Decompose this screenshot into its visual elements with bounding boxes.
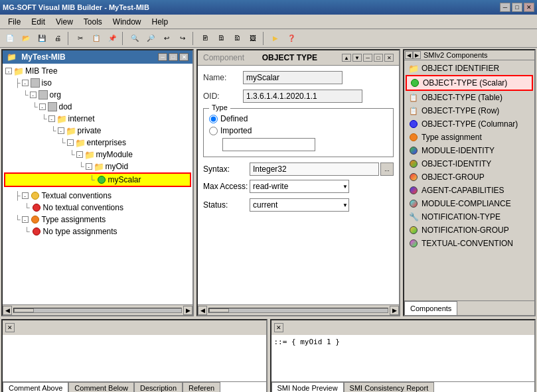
editor-close[interactable]: ✕ — [384, 54, 394, 62]
comp-module-compliance[interactable]: MODULE-COMPLIANCE — [406, 197, 533, 210]
tab-reference[interactable]: Referen — [183, 382, 220, 392]
radio-imported[interactable] — [209, 127, 218, 135]
toolbar-cut[interactable]: ✂ — [73, 31, 88, 46]
menu-edit[interactable]: Edit — [26, 16, 50, 28]
expand-textconv[interactable]: - — [22, 192, 29, 199]
comp-textual-convention[interactable]: TEXTUAL-CONVENTION — [406, 237, 533, 250]
syntax-input[interactable] — [250, 163, 379, 176]
bottom-left-close[interactable]: ✕ — [5, 323, 15, 332]
name-input[interactable] — [243, 71, 343, 84]
comp-object-identity[interactable]: OBJECT-IDENTITY — [406, 157, 533, 170]
close-button[interactable]: ✕ — [524, 3, 534, 12]
comp-object-identifier[interactable]: 📁 OBJECT IDENTIFIER — [406, 62, 533, 75]
toolbar-new[interactable]: 📄 — [3, 31, 17, 46]
tree-item-dod[interactable]: └ - dod — [4, 101, 191, 113]
mib-panel-close[interactable]: ✕ — [179, 53, 189, 61]
toolbar-redo[interactable]: ↪ — [175, 31, 190, 46]
editor-maximize[interactable]: □ — [374, 54, 383, 62]
tab-smi-node-preview[interactable]: SMI Node Preview — [271, 382, 344, 392]
tree-item-mymodule[interactable]: └ - 📁 myModule — [4, 149, 191, 161]
tab-smi-consistency[interactable]: SMI Consistency Report — [344, 382, 435, 392]
toolbar-btn4[interactable]: 🖨 — [50, 31, 65, 46]
tree-item-textconv[interactable]: ├ - Textual conventions — [4, 190, 191, 202]
comp-notification-type[interactable]: 🔧 NOTIFICATION-TYPE — [406, 210, 533, 224]
minimize-button[interactable]: ─ — [500, 3, 510, 12]
expand-mib-tree[interactable]: - — [5, 68, 12, 74]
toolbar-btn5[interactable]: 🔎 — [143, 31, 158, 46]
editor-scroll-up[interactable]: ▲ — [342, 54, 351, 62]
toolbar-find[interactable]: 🔍 — [127, 31, 142, 46]
right-panel-back[interactable]: ◀ — [405, 51, 413, 59]
comp-object-type-scalar[interactable]: OBJECT-TYPE (Scalar) — [406, 75, 533, 91]
expand-internet[interactable]: - — [48, 115, 55, 122]
editor-scroll-down[interactable]: ▼ — [352, 54, 362, 62]
tree-item-mib-tree[interactable]: - 📁 MIB Tree — [4, 65, 191, 77]
tree-scroll-track[interactable] — [13, 308, 182, 313]
menu-file[interactable]: File — [3, 16, 26, 28]
editor-scroll-track[interactable] — [208, 308, 388, 313]
mib-panel-min[interactable]: ─ — [158, 53, 167, 61]
status-select[interactable]: current deprecated obsolete — [250, 198, 349, 212]
tree-item-internet[interactable]: └ - 📁 internet — [4, 113, 191, 125]
expand-dod[interactable]: - — [39, 103, 46, 110]
maxaccess-select[interactable]: read-write read-only not-accessible acce… — [250, 180, 349, 193]
comp-agent-capabilities[interactable]: AGENT-CAPABILITIES — [406, 184, 533, 197]
comp-module-identity[interactable]: MODULE-IDENTITY — [406, 144, 533, 157]
mib-tree-area[interactable]: - 📁 MIB Tree ├ - iso └ - org └ - — [3, 64, 192, 304]
tree-item-myoid[interactable]: └ - 📁 myOid — [4, 161, 191, 172]
tree-item-myscalar[interactable]: └ myScalar — [4, 172, 191, 187]
mib-panel-max[interactable]: □ — [169, 53, 178, 61]
tree-item-iso[interactable]: ├ - iso — [4, 77, 191, 89]
comp-notification-group[interactable]: NOTIFICATION-GROUP — [406, 224, 533, 237]
components-list[interactable]: 📁 OBJECT IDENTIFIER OBJECT-TYPE (Scalar)… — [404, 60, 534, 300]
tree-item-typeassign[interactable]: └ - Type assignments — [4, 214, 191, 226]
radio-defined[interactable] — [209, 115, 218, 123]
tree-item-org[interactable]: └ - org — [4, 89, 191, 101]
toolbar-paste[interactable]: 📌 — [105, 31, 119, 46]
tree-scroll-left[interactable]: ◀ — [3, 306, 12, 315]
syntax-browse-button[interactable]: ... — [380, 163, 394, 176]
maximize-button[interactable]: □ — [512, 3, 522, 12]
tree-item-no-textconv[interactable]: └ No textual conventions — [4, 202, 191, 214]
toolbar-copy[interactable]: 📋 — [89, 31, 104, 46]
tree-item-private[interactable]: └ - 📁 private — [4, 125, 191, 137]
tab-comment-above[interactable]: Comment Above — [3, 382, 68, 392]
toolbar-btn9[interactable]: 🖼 — [246, 31, 260, 46]
menu-tools[interactable]: Tools — [78, 16, 108, 28]
right-panel-fwd[interactable]: ▶ — [413, 51, 421, 59]
tab-comment-below[interactable]: Comment Below — [68, 382, 134, 392]
toolbar-save[interactable]: 💾 — [35, 31, 49, 46]
menu-view[interactable]: View — [50, 16, 78, 28]
expand-iso[interactable]: - — [22, 80, 29, 86]
expand-org[interactable]: - — [30, 92, 37, 98]
toolbar-btn8[interactable]: 🖻 — [230, 31, 244, 46]
tree-hscrollbar[interactable]: ◀ ▶ — [3, 304, 192, 315]
toolbar-undo[interactable]: ↩ — [159, 31, 174, 46]
comp-type-assignment[interactable]: Type assignment — [406, 131, 533, 144]
tree-item-enterprises[interactable]: └ - 📁 enterprises — [4, 137, 191, 149]
toolbar-open[interactable]: 📂 — [19, 31, 33, 46]
menu-window[interactable]: Window — [108, 16, 147, 28]
bottom-right-close[interactable]: ✕ — [274, 323, 283, 332]
editor-scroll-left[interactable]: ◀ — [198, 306, 207, 315]
oid-input[interactable] — [243, 90, 362, 103]
menu-help[interactable]: Help — [147, 16, 174, 28]
toolbar-help[interactable]: ❓ — [284, 31, 299, 46]
tree-scroll-right[interactable]: ▶ — [183, 306, 192, 315]
editor-scroll-right[interactable]: ▶ — [390, 306, 399, 315]
toolbar-btn10[interactable]: ▶ — [268, 31, 283, 46]
expand-enterprises[interactable]: - — [67, 139, 74, 146]
editor-hscrollbar[interactable]: ◀ ▶ — [198, 304, 399, 315]
expand-myoid[interactable]: - — [86, 163, 92, 170]
expand-typeassign[interactable]: - — [22, 216, 29, 223]
comp-object-type-row[interactable]: 📋 OBJECT-TYPE (Row) — [406, 104, 533, 117]
expand-private[interactable]: - — [58, 127, 64, 134]
comp-object-type-table[interactable]: 📋 OBJECT-TYPE (Table) — [406, 91, 533, 104]
tree-item-no-typeassign[interactable]: └ No type assignments — [4, 226, 191, 237]
tab-description[interactable]: Description — [134, 382, 183, 392]
toolbar-btn6[interactable]: 🖹 — [198, 31, 212, 46]
type-text-input[interactable] — [222, 138, 315, 151]
comp-object-type-columnar[interactable]: OBJECT-TYPE (Columnar) — [406, 117, 533, 131]
comp-object-group[interactable]: OBJECT-GROUP — [406, 170, 533, 184]
toolbar-btn7[interactable]: 🖺 — [214, 31, 228, 46]
